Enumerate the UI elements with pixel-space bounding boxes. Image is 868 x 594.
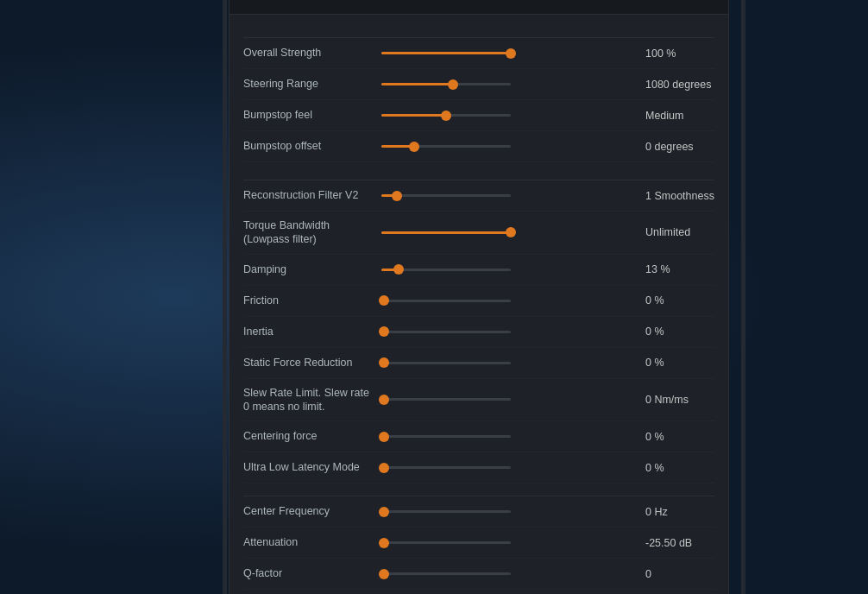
notch-sliders-group: Center Frequency0 HzAttenuation-25.50 dB… (243, 496, 714, 590)
slider-container[interactable] (381, 262, 635, 276)
slider-track (381, 398, 511, 401)
slider-value: Unlimited (645, 226, 714, 238)
slider-fill (381, 52, 511, 54)
slider-track (381, 114, 511, 117)
cof-sliders-group: Reconstruction Filter V21 SmoothnessTorq… (243, 180, 714, 483)
slider-row: Damping13 % (243, 255, 714, 286)
slider-container[interactable] (381, 140, 635, 154)
slider-thumb[interactable] (448, 79, 458, 90)
slider-value: 0 Nm/ms (645, 394, 714, 406)
advanced-profile-title (243, 15, 714, 38)
slider-container[interactable] (381, 225, 635, 239)
slider-label: Torque Bandwidth (Lowpass filter) (243, 218, 381, 247)
slider-value: 0 Hz (645, 506, 714, 518)
slider-thumb[interactable] (441, 111, 451, 121)
slider-track (381, 435, 511, 438)
slider-row: Inertia0 % (243, 317, 714, 348)
slider-track (381, 466, 511, 469)
slider-label: Center Frequency (243, 504, 381, 518)
slider-thumb[interactable] (379, 295, 389, 306)
slider-thumb[interactable] (393, 264, 404, 275)
slider-value: 0 % (645, 357, 714, 369)
slider-row: Slew Rate Limit. Slew rate 0 means no li… (243, 379, 714, 422)
slider-value: -25.50 dB (645, 537, 714, 549)
slider-label: Static Force Reduction (243, 356, 381, 370)
slider-thumb[interactable] (379, 569, 389, 579)
slider-container[interactable] (381, 536, 635, 550)
slider-row: Static Force Reduction0 % (243, 348, 714, 379)
slider-container[interactable] (381, 356, 635, 370)
slider-row: Center Frequency0 Hz (243, 496, 714, 528)
slider-value: 0 % (645, 431, 714, 443)
notch-filter-note (243, 483, 714, 496)
slider-thumb[interactable] (379, 507, 389, 517)
slider-label: Steering Range (243, 77, 381, 91)
slider-container[interactable] (381, 461, 635, 475)
slider-thumb[interactable] (379, 357, 389, 368)
settings-panel: Overall Strength100 %Steering Range1080 … (229, 0, 729, 594)
slider-fill (381, 83, 453, 85)
slider-row: Attenuation-25.50 dB (243, 528, 714, 559)
slider-container[interactable] (381, 430, 635, 444)
slider-value: Medium (645, 110, 714, 122)
cof-section-header (243, 162, 714, 180)
slider-thumb[interactable] (392, 191, 402, 201)
slider-track (381, 331, 511, 333)
slider-track (381, 362, 511, 364)
slider-container[interactable] (381, 505, 635, 519)
slider-row: Torque Bandwidth (Lowpass filter)Unlimit… (243, 212, 714, 255)
slider-label: Inertia (243, 325, 381, 338)
slider-track (381, 145, 511, 148)
slider-value: 0 degrees (645, 141, 714, 153)
slider-track (381, 231, 511, 234)
slider-label: Damping (243, 262, 381, 276)
basic-sliders-group: Overall Strength100 %Steering Range1080 … (243, 38, 714, 162)
slider-row: Reconstruction Filter V21 Smoothness (243, 180, 714, 212)
slider-container[interactable] (381, 47, 635, 60)
slider-label: Centering force (243, 429, 381, 443)
slider-label: Overall Strength (243, 46, 381, 60)
slider-track (381, 52, 511, 54)
slider-track (381, 300, 511, 302)
slider-container[interactable] (381, 109, 635, 123)
slider-row: Centering force0 % (243, 421, 714, 452)
slider-row: Friction0 % (243, 286, 714, 317)
slider-label: Ultra Low Latency Mode (243, 460, 381, 474)
slider-track (381, 572, 511, 575)
slider-value: 0 % (645, 294, 714, 306)
slider-row: Ultra Low Latency Mode0 % (243, 452, 714, 483)
slider-row: Bumpstop feelMedium (243, 100, 714, 131)
slider-thumb[interactable] (379, 463, 389, 473)
slider-container[interactable] (381, 567, 635, 581)
slider-track (381, 541, 511, 544)
slider-label: Slew Rate Limit. Slew rate 0 means no li… (243, 386, 381, 414)
slider-thumb[interactable] (379, 395, 389, 405)
slider-container[interactable] (381, 189, 635, 203)
slider-row: Bumpstop offset0 degrees (243, 131, 714, 162)
slider-fill (381, 231, 511, 234)
slider-label: Friction (243, 294, 381, 307)
slider-track (381, 510, 511, 513)
slider-thumb[interactable] (506, 227, 516, 237)
slider-container[interactable] (381, 325, 635, 338)
slider-label: Reconstruction Filter V2 (243, 188, 381, 202)
slider-value: 0 (645, 568, 714, 580)
slider-thumb[interactable] (379, 326, 389, 337)
slider-thumb[interactable] (379, 538, 389, 548)
slider-track (381, 269, 511, 271)
slider-row: Q-factor0 (243, 559, 714, 590)
slider-thumb[interactable] (409, 142, 419, 152)
slider-container[interactable] (381, 393, 635, 407)
slider-thumb[interactable] (379, 432, 389, 442)
slider-track (381, 194, 511, 197)
slider-label: Attenuation (243, 535, 381, 549)
slider-container[interactable] (381, 294, 635, 307)
section-title (230, 0, 728, 15)
slider-label: Q-factor (243, 566, 381, 580)
slider-row: Overall Strength100 % (243, 38, 714, 69)
slider-container[interactable] (381, 78, 635, 92)
slider-thumb[interactable] (506, 48, 516, 59)
slider-label: Bumpstop feel (243, 108, 381, 122)
slider-value: 1 Smoothness (645, 190, 714, 202)
slider-value: 0 % (645, 462, 714, 474)
